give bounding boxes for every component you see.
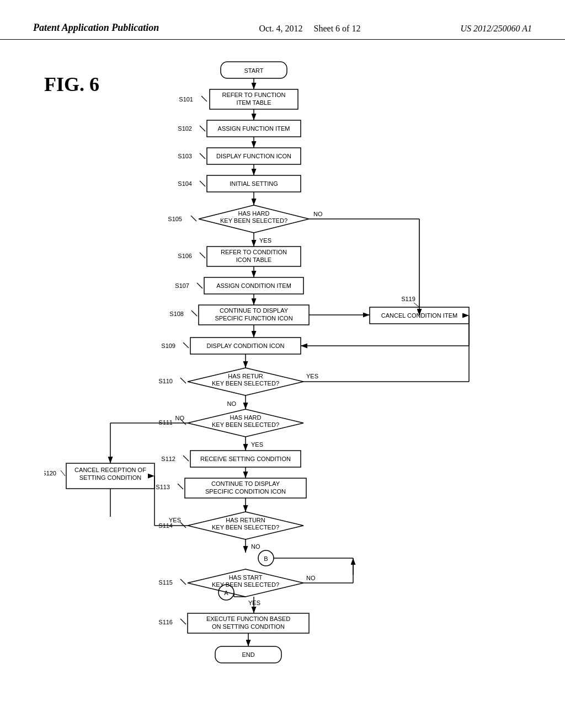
page: Patent Application Publication Oct. 4, 2… (0, 0, 565, 728)
svg-text:REFER TO CONDITION: REFER TO CONDITION (221, 249, 287, 255)
svg-text:INITIAL SETTING: INITIAL SETTING (230, 180, 278, 187)
svg-text:KEY BEEN SELECTED?: KEY BEEN SELECTED? (212, 524, 279, 531)
svg-text:S110: S110 (158, 378, 173, 384)
svg-text:S113: S113 (156, 484, 170, 490)
svg-text:S119: S119 (401, 296, 415, 302)
svg-text:ITEM TABLE: ITEM TABLE (236, 99, 271, 106)
svg-line-8 (201, 96, 207, 101)
svg-text:START: START (244, 67, 263, 74)
svg-text:YES: YES (251, 441, 263, 448)
svg-text:ASSIGN CONDITION ITEM: ASSIGN CONDITION ITEM (216, 282, 291, 289)
svg-text:NO: NO (227, 400, 237, 407)
svg-line-87 (183, 456, 189, 461)
svg-line-114 (180, 579, 186, 585)
svg-text:HAS START: HAS START (229, 574, 263, 581)
svg-text:S103: S103 (178, 153, 192, 159)
svg-text:S107: S107 (175, 282, 189, 289)
svg-text:KEY BEEN SELECTED?: KEY BEEN SELECTED? (212, 380, 279, 387)
svg-text:S112: S112 (161, 456, 175, 462)
svg-text:SETTING CONDITION: SETTING CONDITION (79, 474, 142, 481)
svg-text:NO: NO (251, 543, 260, 550)
svg-line-13 (200, 126, 205, 131)
svg-text:NO: NO (306, 575, 316, 581)
svg-text:HAS HARD: HAS HARD (238, 210, 270, 217)
svg-text:KEY BEEN SELECTED?: KEY BEEN SELECTED? (212, 581, 279, 588)
svg-text:DISPLAY CONDITION ICON: DISPLAY CONDITION ICON (207, 342, 285, 349)
svg-text:S102: S102 (178, 125, 192, 132)
svg-line-37 (200, 253, 205, 258)
svg-line-23 (200, 181, 205, 186)
patent-number: US 2012/250060 A1 (461, 24, 532, 34)
flowchart: START REFER TO FUNCTION ITEM TABLE S101 … (44, 56, 524, 707)
svg-text:CONTINUE TO DISPLAY: CONTINUE TO DISPLAY (211, 480, 280, 487)
svg-text:S116: S116 (158, 619, 173, 625)
svg-text:NO: NO (175, 415, 185, 421)
sheet-info: Sheet 6 of 12 (314, 24, 361, 33)
svg-line-48 (191, 311, 197, 316)
svg-text:S111: S111 (158, 419, 173, 426)
svg-text:NO: NO (313, 211, 323, 217)
svg-line-83 (61, 470, 65, 476)
svg-text:S108: S108 (169, 311, 184, 317)
svg-text:HAS RETURN: HAS RETURN (226, 517, 265, 523)
svg-line-128 (180, 619, 186, 624)
svg-text:S104: S104 (178, 180, 192, 187)
svg-line-29 (191, 216, 196, 221)
svg-text:S109: S109 (161, 342, 175, 349)
svg-text:ICON TABLE: ICON TABLE (236, 256, 271, 263)
svg-text:REFER TO FUNCTION: REFER TO FUNCTION (222, 92, 285, 98)
svg-text:S120: S120 (44, 470, 56, 477)
svg-text:S101: S101 (179, 96, 193, 103)
svg-text:HAS HARD: HAS HARD (230, 414, 262, 421)
page-content: FIG. 6 START REFER TO FUNCTION ITEM TABL… (0, 40, 565, 713)
svg-text:SPECIFIC CONDITION ICON: SPECIFIC CONDITION ICON (205, 488, 286, 495)
svg-text:CONTINUE TO DISPLAY: CONTINUE TO DISPLAY (220, 307, 289, 314)
svg-text:KEY BEEN SELECTED?: KEY BEEN SELECTED? (212, 421, 279, 428)
svg-text:EXECUTE FUNCTION BASED: EXECUTE FUNCTION BASED (206, 615, 290, 622)
flowchart-svg: START REFER TO FUNCTION ITEM TABLE S101 … (44, 56, 524, 707)
svg-text:YES: YES (259, 237, 271, 244)
publication-date: Oct. 4, 2012 (259, 24, 302, 33)
svg-text:END: END (242, 651, 254, 658)
svg-line-18 (200, 153, 205, 159)
svg-text:A: A (224, 590, 228, 596)
svg-line-99 (180, 522, 186, 528)
svg-text:S115: S115 (158, 579, 173, 586)
svg-text:B: B (264, 555, 268, 562)
svg-line-93 (178, 484, 183, 489)
svg-text:S105: S105 (168, 216, 182, 222)
page-header: Patent Application Publication Oct. 4, 2… (0, 0, 565, 40)
date-sheet: Oct. 4, 2012 Sheet 6 of 12 (259, 24, 360, 34)
svg-text:SPECIFIC FUNCTION ICON: SPECIFIC FUNCTION ICON (215, 315, 292, 322)
svg-line-64 (180, 378, 186, 383)
svg-text:DISPLAY FUNCTION ICON: DISPLAY FUNCTION ICON (216, 153, 291, 159)
svg-text:S106: S106 (178, 253, 192, 259)
svg-line-58 (414, 303, 419, 307)
svg-text:HAS RETUR: HAS RETUR (228, 373, 263, 379)
svg-text:KEY BEEN SELECTED?: KEY BEEN SELECTED? (220, 217, 287, 224)
svg-text:YES: YES (169, 517, 181, 523)
svg-text:ASSIGN FUNCTION ITEM: ASSIGN FUNCTION ITEM (218, 125, 290, 132)
svg-text:CANCEL RECEPTION OF: CANCEL RECEPTION OF (74, 467, 146, 473)
svg-text:ON SETTING CONDITION: ON SETTING CONDITION (212, 623, 285, 630)
publication-title: Patent Application Publication (33, 22, 159, 34)
svg-line-54 (183, 342, 189, 348)
svg-text:RECEIVE SETTING CONDITION: RECEIVE SETTING CONDITION (200, 456, 291, 462)
svg-text:YES: YES (306, 373, 318, 379)
svg-line-42 (197, 283, 202, 288)
svg-text:YES: YES (248, 599, 260, 606)
